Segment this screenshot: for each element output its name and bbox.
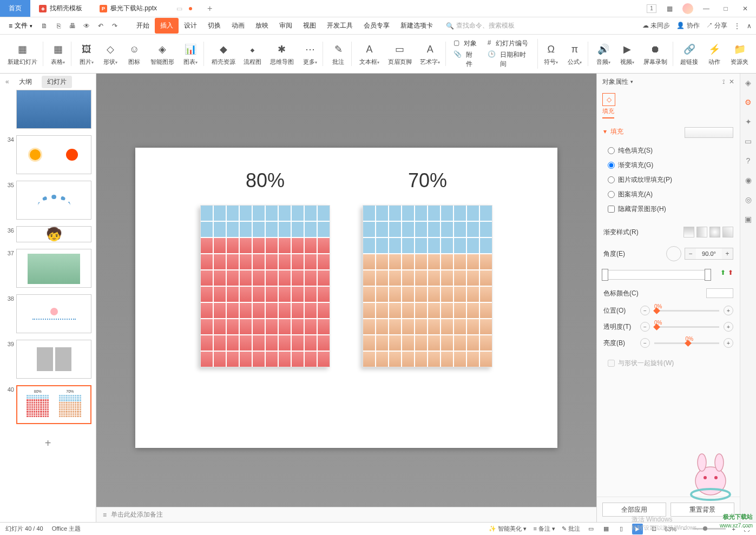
tool-headerfooter[interactable]: ▭页眉页脚 <box>385 42 415 66</box>
position-increase[interactable]: + <box>724 306 733 315</box>
tool-icon[interactable]: ☺图标 <box>123 42 145 66</box>
comments-toggle[interactable]: ✎ 批注 <box>562 525 580 533</box>
percentage-chart[interactable]: 80% <box>200 169 330 367</box>
redo-icon[interactable]: ↷ <box>108 19 121 32</box>
close-panel-icon[interactable]: ✕ <box>729 78 734 85</box>
slide-canvas[interactable]: 80%70% <box>135 148 557 448</box>
transparency-decrease[interactable]: − <box>640 322 650 332</box>
tab-review[interactable]: 审阅 <box>274 18 298 34</box>
rail-icon-3[interactable]: ✦ <box>744 117 753 127</box>
badge-one[interactable]: 1 <box>647 4 656 13</box>
slide-item-35[interactable]: 35 <box>4 181 91 220</box>
tab-file-active[interactable]: P 极光下载站.pptx ▭ <box>91 0 201 17</box>
fill-section-title[interactable]: 填充 <box>603 127 733 136</box>
add-stop-icon[interactable]: ⬆ <box>720 269 726 276</box>
apps-icon[interactable]: ▦ <box>663 2 676 15</box>
radio-picture-fill[interactable]: 图片或纹理填充(P) <box>608 175 733 184</box>
tool-new-slide[interactable]: ▦新建幻灯片 <box>4 42 43 66</box>
view-normal-icon[interactable]: ▭ <box>587 525 595 533</box>
tab-menu-icon[interactable]: ▭ <box>176 5 182 12</box>
stop-color-picker[interactable] <box>706 288 733 298</box>
outline-tab[interactable]: 大纲 <box>14 76 37 88</box>
tool-shape[interactable]: ◇形状▾ <box>100 42 121 66</box>
tool-daoke[interactable]: ◆稻壳资源 <box>208 42 239 66</box>
avatar[interactable] <box>682 3 693 14</box>
theme-name[interactable]: Office 主题 <box>52 525 81 533</box>
radio-gradient-fill[interactable]: 渐变填充(G) <box>608 161 733 170</box>
tool-record[interactable]: ⏺屏幕录制 <box>640 42 673 66</box>
beautify-button[interactable]: ✨ 智能美化 ▾ <box>489 525 527 533</box>
slide-item-34[interactable]: 34 <box>4 135 91 174</box>
notes-toggle[interactable]: ≡ 备注 ▾ <box>533 525 555 533</box>
tab-slideshow[interactable]: 放映 <box>250 18 274 34</box>
close-button[interactable]: ✕ <box>739 2 752 15</box>
tab-devtools[interactable]: 开发工具 <box>321 18 358 34</box>
tool-mindmap[interactable]: ✱思维导图 <box>267 42 297 66</box>
tab-transition[interactable]: 切换 <box>202 18 226 34</box>
brightness-increase[interactable]: + <box>724 338 733 348</box>
rail-icon-1[interactable]: ◈ <box>744 78 753 88</box>
canvas-area[interactable]: 80%70% <box>96 74 596 522</box>
angle-increase[interactable]: + <box>722 248 733 259</box>
view-sorter-icon[interactable]: ▦ <box>602 525 610 533</box>
tool-slidenum[interactable]: #幻灯片编号 <box>488 39 532 48</box>
rail-icon-4[interactable]: ▭ <box>744 136 753 146</box>
maximize-button[interactable]: □ <box>719 2 732 15</box>
collapse-ribbon-icon[interactable]: ∧ <box>747 22 752 30</box>
tool-symbol[interactable]: Ω符号▾ <box>540 42 562 66</box>
position-decrease[interactable]: − <box>640 306 650 315</box>
tool-audio[interactable]: 🔊音频▾ <box>593 42 614 66</box>
preview-icon[interactable]: 👁 <box>80 19 93 32</box>
share-button[interactable]: ↗ 分享 <box>706 21 727 30</box>
tab-template[interactable]: ◈ 找稻壳模板 <box>30 0 91 17</box>
sync-status[interactable]: ☁ 未同步 <box>642 21 670 30</box>
minimize-button[interactable]: — <box>700 2 713 15</box>
collapse-panel-icon[interactable]: « <box>5 78 9 85</box>
tool-chart[interactable]: 📊图表▾ <box>180 42 204 66</box>
chevron-down-icon[interactable]: ▾ <box>630 79 633 84</box>
more-menu-icon[interactable]: ⋮ <box>734 22 740 30</box>
grad-style-1[interactable] <box>683 227 694 237</box>
add-slide-button[interactable]: + <box>4 431 91 456</box>
tool-resource[interactable]: 📁资源夹 <box>727 42 752 66</box>
percentage-grid[interactable] <box>200 205 330 367</box>
notes-bar[interactable]: ≡ 单击此处添加备注 <box>96 507 596 522</box>
brightness-slider[interactable]: 0% <box>654 342 719 344</box>
view-reading-icon[interactable]: ▯ <box>617 525 626 533</box>
transparency-increase[interactable]: + <box>724 322 733 332</box>
percentage-chart[interactable]: 70% <box>363 169 492 367</box>
tool-table[interactable]: ▦表格▾ <box>48 42 72 66</box>
slide-item-40[interactable]: 40 80%70% <box>4 385 91 424</box>
pin-icon[interactable]: ⟟ <box>722 78 725 85</box>
tab-home[interactable]: 首页 <box>0 0 30 17</box>
tab-newtab[interactable]: 新建选项卡 <box>395 18 438 34</box>
tool-textbox[interactable]: A文本框▾ <box>356 42 383 66</box>
saveas-icon[interactable]: ⎘ <box>52 19 65 32</box>
slide-item-38[interactable]: 38 <box>4 294 91 333</box>
tool-flow[interactable]: ⬥流程图 <box>240 42 265 66</box>
print-icon[interactable]: 🖶 <box>66 19 79 32</box>
gradient-bar[interactable] <box>603 270 709 280</box>
file-menu[interactable]: ≡ 文件 ▾ <box>4 20 37 31</box>
percentage-grid[interactable] <box>363 205 492 367</box>
slide-item-36[interactable]: 36🧒 <box>4 226 91 242</box>
slide-counter[interactable]: 幻灯片 40 / 40 <box>5 525 43 533</box>
position-slider[interactable]: 0% <box>654 310 719 312</box>
tool-smartart[interactable]: ◈智能图形 <box>147 42 178 66</box>
tab-add-button[interactable]: + <box>201 0 219 17</box>
slides-tab[interactable]: 幻灯片 <box>42 76 72 88</box>
tool-comment[interactable]: ✎批注 <box>327 42 352 66</box>
search-box[interactable]: 🔍 查找命令、搜索模板 <box>446 21 515 30</box>
grad-style-3[interactable] <box>709 227 720 237</box>
fill-tab-icon[interactable]: ◇ <box>602 93 615 106</box>
tool-wordart[interactable]: A艺术字▾ <box>417 42 446 66</box>
slide-item-33[interactable] <box>4 90 91 129</box>
rail-icon-8[interactable]: ▣ <box>744 214 753 224</box>
save-icon[interactable]: 🗎 <box>38 19 51 32</box>
tab-member[interactable]: 会员专享 <box>358 18 395 34</box>
tab-view[interactable]: 视图 <box>298 18 321 34</box>
rail-settings-icon[interactable]: ⚙ <box>744 97 753 107</box>
slide-list[interactable]: 34 35 36🧒 37 38 39 40 80%70% + <box>0 90 96 522</box>
remove-stop-icon[interactable]: ⬆ <box>728 269 733 276</box>
slide-item-39[interactable]: 39 <box>4 340 91 379</box>
